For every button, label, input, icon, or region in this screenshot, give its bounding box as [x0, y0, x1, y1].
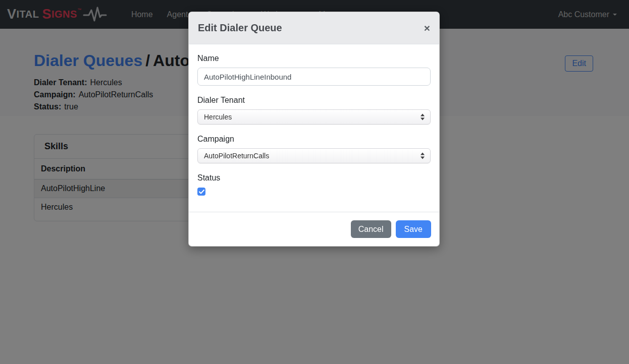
name-label: Name: [197, 54, 431, 63]
campaign-select[interactable]: AutoPilotReturnCalls: [197, 148, 431, 163]
status-label: Status: [197, 173, 431, 183]
status-checkbox[interactable]: [197, 188, 205, 196]
modal-footer: Cancel Save: [189, 212, 439, 246]
select-updown-icon: [421, 114, 425, 120]
dialer-tenant-field-group: Dialer Tenant Hercules: [197, 96, 431, 125]
close-icon[interactable]: ×: [424, 23, 430, 33]
campaign-field-group: Campaign AutoPilotReturnCalls: [197, 135, 431, 163]
campaign-label: Campaign: [197, 135, 431, 144]
name-field-group: Name: [197, 54, 431, 86]
dialer-tenant-label: Dialer Tenant: [197, 96, 431, 105]
save-button[interactable]: Save: [396, 220, 431, 238]
status-field-group: Status: [197, 173, 431, 196]
select-updown-icon: [421, 153, 425, 159]
name-input[interactable]: [197, 68, 431, 86]
edit-dialer-queue-modal: Edit Dialer Queue × Name Dialer Tenant H…: [188, 12, 440, 247]
check-icon: [199, 190, 204, 194]
modal-body: Name Dialer Tenant Hercules Campaign Aut…: [189, 44, 439, 212]
dialer-tenant-select[interactable]: Hercules: [197, 109, 431, 125]
campaign-selected-value: AutoPilotReturnCalls: [204, 152, 269, 160]
cancel-button[interactable]: Cancel: [351, 220, 391, 238]
modal-title: Edit Dialer Queue: [198, 21, 282, 35]
modal-header: Edit Dialer Queue ×: [189, 12, 439, 44]
dialer-tenant-selected-value: Hercules: [204, 113, 232, 121]
